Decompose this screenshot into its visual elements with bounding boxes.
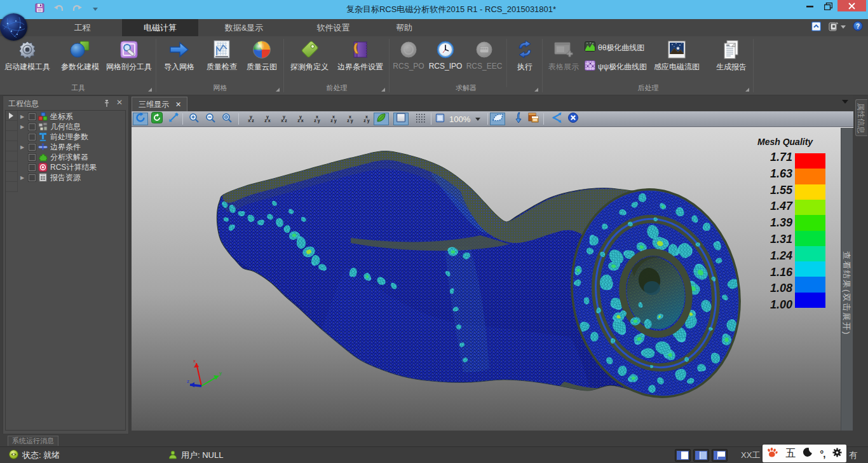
ribbon-button-启动建模工具[interactable]: 启动建模工具 [1, 38, 53, 73]
zoom-window-button[interactable] [219, 113, 234, 125]
tree-item-RCS计算结果[interactable]: RCS计算结果 [18, 162, 97, 172]
expand-arrow-icon[interactable]: ▶ [20, 124, 27, 130]
properties-collapsed-tab[interactable]: 属性信息 [855, 99, 867, 136]
group-dialog-launcher-icon[interactable] [147, 87, 153, 92]
tab-close-icon[interactable]: ✕ [175, 100, 181, 109]
row-selector-cell[interactable] [6, 131, 17, 141]
tree-item-前处理参数[interactable]: 前处理参数 [18, 132, 88, 142]
ribbon-button-网格剖分工具[interactable]: 网格剖分工具 [103, 38, 155, 73]
checkbox[interactable] [29, 134, 36, 141]
layout-bottom-button[interactable] [712, 449, 728, 462]
row-selector-cell[interactable] [6, 121, 17, 131]
menu-tab-电磁计算[interactable]: 电磁计算 [122, 19, 198, 36]
results-collapsed-panel[interactable]: 查看结果(双击展开) [841, 128, 853, 431]
restore-button[interactable] [818, 0, 837, 13]
refresh-view-button[interactable] [149, 113, 165, 125]
group-dialog-launcher-icon[interactable] [745, 87, 750, 92]
tab-3d-view[interactable]: 三维显示 ✕ [132, 97, 187, 111]
ime-logo-paw-icon[interactable] [766, 446, 778, 461]
share-view-button[interactable] [549, 113, 564, 125]
zoom-out-button[interactable] [203, 113, 218, 125]
drop-arrow-button[interactable] [511, 113, 526, 125]
checkbox[interactable] [29, 123, 36, 130]
view-top-button[interactable]: xz y [309, 113, 325, 125]
rotate-view-button[interactable] [133, 113, 148, 125]
collapse-ribbon-icon[interactable] [811, 22, 821, 34]
zoom-level-control[interactable]: 100% [435, 113, 488, 125]
ribbon-button-theta-curve[interactable]: θθ极化曲线图 [585, 41, 644, 54]
ime-settings-gear-icon[interactable] [832, 447, 843, 460]
app-logo[interactable] [0, 13, 27, 41]
shade-smooth-button[interactable] [374, 113, 389, 125]
tree-item-分析求解器[interactable]: 分析求解器 [18, 152, 88, 162]
row-selector-cell[interactable] [6, 141, 17, 151]
shade-flat-button[interactable] [393, 113, 409, 125]
group-dialog-launcher-icon[interactable] [381, 87, 386, 92]
style-caret-icon[interactable] [841, 25, 846, 29]
menu-tab-数据&显示[interactable]: 数据&显示 [212, 19, 276, 36]
pin-icon[interactable] [104, 100, 110, 109]
ribbon-button-执行[interactable]: 执行 [510, 38, 539, 73]
view-iso2-button[interactable]: xz y [359, 113, 374, 125]
layout-left-button[interactable] [675, 449, 691, 462]
view-back-button[interactable]: yz x [260, 113, 275, 125]
menu-tab-帮助[interactable]: 帮助 [391, 19, 417, 36]
row-selector-cell[interactable] [6, 172, 17, 182]
tree-item-坐标系[interactable]: ▶坐标系 [18, 111, 73, 121]
zoom-extents-button[interactable] [166, 113, 181, 125]
panel-close-icon[interactable]: ✕ [116, 98, 123, 107]
tree-item-边界条件[interactable]: ▶边界条件 [18, 142, 81, 152]
section-plane-button[interactable] [490, 113, 505, 125]
row-selector-cell[interactable] [6, 151, 17, 162]
system-messages-tab[interactable]: 系统运行消息 [8, 436, 58, 446]
row-selector-cell[interactable] [6, 182, 17, 192]
ribbon-button-导入网格[interactable]: 导入网格 [159, 38, 200, 73]
group-dialog-launcher-icon[interactable] [275, 87, 280, 92]
ribbon-button-RCS_PO[interactable]: RCS_PO [392, 38, 425, 71]
ribbon-button-质量检查[interactable]: 质量检查 [202, 38, 241, 73]
ribbon-button-表格展示[interactable]: 表格展示 [545, 38, 582, 73]
ribbon-button-边界条件设置[interactable]: 边界条件设置 [334, 38, 387, 73]
view-left-button[interactable]: yx z [276, 113, 292, 125]
style-picker-icon[interactable] [828, 22, 839, 34]
checkbox[interactable] [29, 174, 36, 181]
tree-item-报告资源[interactable]: ▶报告资源 [18, 172, 81, 183]
ribbon-button-RCS_IPO[interactable]: RCS_IPO [426, 38, 465, 71]
ribbon-button-RCS_EEC[interactable]: RCS_EEC [466, 38, 503, 71]
ribbon-button-感应电磁流图[interactable]: 感应电磁流图 [652, 38, 702, 73]
undo-icon[interactable] [53, 3, 64, 15]
minimize-button[interactable] [800, 0, 819, 13]
ribbon-button-psi-curve[interactable]: ψψ极化曲线图 [585, 60, 647, 73]
menu-tab-工程[interactable]: 工程 [65, 19, 99, 36]
ribbon-button-参数化建模[interactable]: 参数化建模 [56, 38, 104, 73]
zoom-caret-icon[interactable] [475, 118, 480, 121]
save-icon[interactable] [35, 3, 44, 15]
checkbox[interactable] [29, 144, 36, 151]
view-bottom-button[interactable]: xz y [326, 113, 341, 125]
view-iso1-button[interactable]: xz y [342, 113, 358, 125]
row-selector-cell[interactable] [6, 162, 17, 172]
copy-view-button[interactable] [526, 113, 541, 125]
row-selector-cell[interactable] [6, 111, 17, 121]
expand-arrow-icon[interactable]: ▶ [20, 175, 27, 181]
checkbox[interactable] [29, 113, 36, 120]
checkbox[interactable] [29, 164, 36, 171]
ime-moon-icon[interactable] [803, 447, 813, 460]
tab-overflow-caret-icon[interactable] [842, 100, 848, 104]
checkbox[interactable] [29, 154, 36, 161]
tree-item-几何信息[interactable]: ▶几何信息 [18, 121, 81, 132]
3d-viewport[interactable]: x y z [132, 128, 841, 431]
wireframe-button[interactable] [413, 113, 428, 125]
close-view-button[interactable] [566, 113, 581, 125]
ime-punctuation-icon[interactable]: °, [820, 448, 825, 459]
view-front-button[interactable]: yx z [243, 113, 259, 125]
zoom-in-button[interactable] [186, 113, 201, 125]
qat-caret-icon[interactable] [93, 8, 98, 11]
ribbon-button-生成报告[interactable]: 生成报告 [713, 38, 750, 73]
close-button[interactable] [837, 0, 866, 11]
ribbon-button-质量云图[interactable]: 质量云图 [243, 38, 281, 73]
layout-split-button[interactable] [693, 449, 709, 462]
group-dialog-launcher-icon[interactable] [534, 87, 539, 92]
redo-icon[interactable] [72, 3, 83, 15]
view-right-button[interactable]: yz x [293, 113, 308, 125]
